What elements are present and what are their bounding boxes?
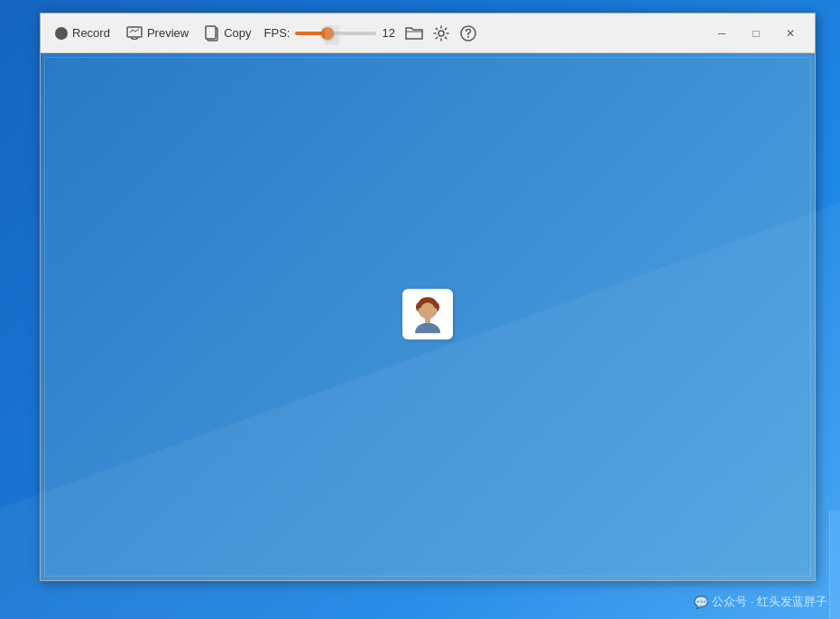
record-button[interactable]: Record	[48, 23, 117, 43]
fps-slider[interactable]	[295, 24, 376, 42]
desktop: Record Preview	[0, 0, 840, 619]
preview-button[interactable]: Preview	[119, 23, 196, 43]
watermark-text: 公众号 · 红头发蓝胖子	[712, 594, 827, 610]
preview-label: Preview	[147, 26, 189, 40]
title-bar-left: Record Preview	[48, 21, 701, 46]
preview-icon	[126, 26, 143, 40]
maximize-button[interactable]: □	[739, 14, 773, 53]
svg-point-4	[461, 26, 475, 41]
svg-rect-0	[127, 27, 142, 37]
window-controls: ─ □ ✕	[705, 14, 808, 53]
svg-rect-1	[208, 28, 217, 41]
svg-point-5	[467, 36, 469, 38]
svg-point-6	[418, 299, 438, 319]
svg-rect-13	[425, 317, 430, 323]
user-avatar-icon	[406, 292, 449, 336]
record-label: Record	[72, 26, 110, 40]
record-dot-icon	[55, 27, 68, 40]
fps-slider-thumb[interactable]	[321, 27, 334, 40]
svg-point-11	[419, 308, 423, 313]
copy-icon	[205, 25, 219, 42]
svg-rect-2	[206, 26, 216, 39]
svg-point-8	[416, 302, 421, 311]
wechat-icon: 💬	[694, 596, 708, 609]
copy-button[interactable]: Copy	[198, 22, 258, 45]
avatar	[402, 289, 453, 339]
fps-section: FPS: 12	[264, 24, 401, 42]
help-button[interactable]	[456, 21, 481, 46]
watermark: 💬 公众号 · 红头发蓝胖子	[694, 594, 827, 610]
content-border	[44, 57, 811, 577]
minimize-icon: ─	[718, 27, 726, 40]
maximize-icon: □	[752, 27, 759, 40]
fps-value: 12	[382, 26, 400, 40]
settings-button[interactable]	[429, 21, 454, 46]
fps-slider-track	[295, 32, 376, 35]
title-bar: Record Preview	[41, 14, 815, 53]
taskbar-accent	[829, 511, 840, 619]
svg-point-3	[438, 31, 444, 36]
fps-label: FPS:	[264, 26, 291, 40]
folder-open-icon	[405, 25, 423, 41]
content-area	[41, 53, 815, 580]
help-icon	[460, 25, 476, 42]
close-button[interactable]: ✕	[773, 14, 808, 53]
open-folder-button[interactable]	[402, 21, 427, 46]
svg-point-10	[420, 302, 435, 319]
gear-icon	[433, 25, 449, 42]
svg-point-7	[419, 297, 437, 310]
app-window: Record Preview	[40, 13, 816, 581]
copy-label: Copy	[224, 26, 251, 40]
close-icon: ✕	[786, 27, 795, 40]
svg-point-12	[433, 308, 438, 313]
minimize-button[interactable]: ─	[705, 14, 739, 53]
svg-point-9	[434, 302, 439, 311]
